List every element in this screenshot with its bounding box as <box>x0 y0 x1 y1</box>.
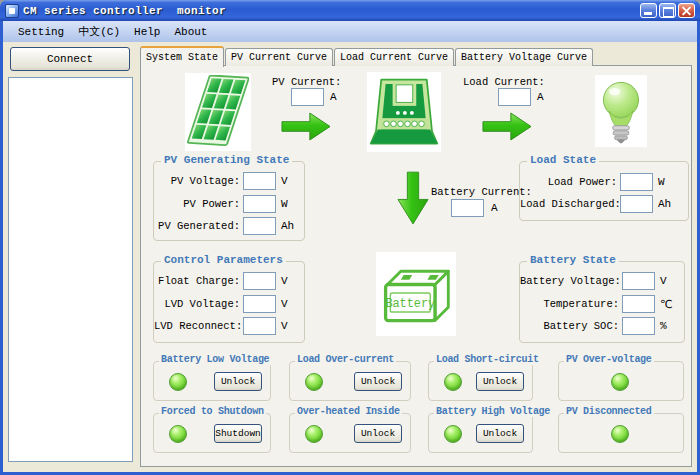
lvd-voltage-value[interactable] <box>243 295 276 313</box>
group-load-state: Load State Load Power:W Load Discharged:… <box>519 161 689 221</box>
status-load-short-circuit: Load Short-circuit Unlock <box>428 361 533 401</box>
group-title: Load State <box>527 154 599 166</box>
charge-controller-icon <box>367 72 441 152</box>
pv-generated-label: PV Generated: <box>154 220 240 232</box>
menu-bar: Setting 中文(C) Help About <box>3 21 697 42</box>
temperature-label: Temperature: <box>520 298 619 310</box>
maximize-icon[interactable] <box>659 3 676 18</box>
lvd-reconnect-unit: V <box>281 320 288 332</box>
float-charge-unit: V <box>281 275 288 287</box>
status-title: PV Disconnected <box>564 406 654 417</box>
unlock-button[interactable]: Unlock <box>476 372 524 391</box>
led-indicator <box>169 373 187 391</box>
led-indicator <box>611 425 629 443</box>
battery-current-value[interactable] <box>451 199 484 217</box>
pv-voltage-label: PV Voltage: <box>154 175 240 187</box>
status-title: Battery High Voltage <box>434 406 552 417</box>
status-load-over-current: Load Over-current Unlock <box>289 361 411 401</box>
unlock-button[interactable]: Unlock <box>354 424 402 443</box>
led-indicator <box>444 425 462 443</box>
float-charge-label: Float Charge: <box>154 275 240 287</box>
group-battery-state: Battery State Battery Voltage:V Temperat… <box>519 261 685 343</box>
arrow-down-icon <box>397 170 429 232</box>
led-indicator <box>169 425 187 443</box>
pv-power-value[interactable] <box>243 195 276 213</box>
load-discharged-label: Load Discharged: <box>520 198 617 210</box>
app-icon <box>5 4 19 18</box>
unlock-button[interactable]: Unlock <box>214 372 262 391</box>
solar-panel-icon <box>185 73 251 151</box>
connect-button[interactable]: Connect <box>10 47 130 71</box>
status-pv-over-voltage: PV Over-voltage <box>558 361 684 401</box>
battery-voltage-unit: V <box>660 275 667 287</box>
load-power-label: Load Power: <box>520 176 617 188</box>
group-title: Battery State <box>527 254 619 266</box>
temperature-unit: ℃ <box>660 298 672 311</box>
shutdown-button[interactable]: Shutdown <box>214 424 262 443</box>
status-title: Load Short-circuit <box>434 354 541 365</box>
battery-soc-unit: % <box>660 320 667 332</box>
system-state-page: PV Current: A Load Current <box>140 65 692 467</box>
load-power-unit: W <box>658 176 665 188</box>
menu-setting[interactable]: Setting <box>11 24 71 40</box>
pv-power-unit: W <box>281 198 288 210</box>
status-pv-disconnected: PV Disconnected <box>558 413 684 453</box>
menu-help[interactable]: Help <box>127 24 167 40</box>
tab-pv-current-curve[interactable]: PV Current Curve <box>225 48 333 66</box>
battery-voltage-value[interactable] <box>622 272 655 290</box>
float-charge-value[interactable] <box>243 272 276 290</box>
battery-soc-value[interactable] <box>622 317 655 335</box>
menu-about[interactable]: About <box>167 24 214 40</box>
arrow-right-icon <box>482 110 532 148</box>
unlock-button[interactable]: Unlock <box>354 372 402 391</box>
group-title: Control Parameters <box>161 254 286 266</box>
tab-strip: System State PV Current Curve Load Curre… <box>140 45 594 66</box>
status-forced-to-shutdown: Forced to Shutdown Shutdown <box>153 413 271 453</box>
window-title: CM series controller monitor <box>23 5 226 17</box>
titlebar: CM series controller monitor <box>0 0 700 21</box>
pv-current-value[interactable] <box>291 88 324 106</box>
pv-current-label: PV Current: <box>272 76 341 88</box>
status-title: Load Over-current <box>295 354 396 365</box>
tab-battery-voltage-curve[interactable]: Battery Voltage Curve <box>455 48 593 66</box>
pv-generated-value[interactable] <box>243 217 276 235</box>
battery-soc-label: Battery SOC: <box>520 320 619 332</box>
bulb-icon <box>595 75 647 147</box>
close-icon[interactable] <box>678 3 695 18</box>
led-indicator <box>611 373 629 391</box>
lvd-reconnect-label: LVD Reconnect: <box>154 320 240 332</box>
battery-icon-label: Battery <box>385 297 435 311</box>
battery-icon: Battery <box>376 252 456 336</box>
load-current-value[interactable] <box>498 88 531 106</box>
unlock-button[interactable]: Unlock <box>476 424 524 443</box>
load-discharged-value[interactable] <box>620 195 653 213</box>
battery-current-label: Battery Current: <box>431 186 532 198</box>
load-power-value[interactable] <box>620 173 653 191</box>
pv-current-unit: A <box>330 91 337 103</box>
led-indicator <box>444 373 462 391</box>
status-battery-high-voltage: Battery High Voltage Unlock <box>428 413 533 453</box>
menu-language[interactable]: 中文(C) <box>71 22 127 41</box>
lvd-voltage-unit: V <box>281 298 288 310</box>
load-current-label: Load Current: <box>463 76 545 88</box>
status-battery-low-voltage: Battery Low Voltage Unlock <box>153 361 271 401</box>
lvd-reconnect-value[interactable] <box>243 317 276 335</box>
group-control-parameters: Control Parameters Float Charge:V LVD Vo… <box>153 261 305 343</box>
battery-voltage-label: Battery Voltage: <box>520 275 619 287</box>
load-current-unit: A <box>537 91 544 103</box>
tab-load-current-curve[interactable]: Load Current Curve <box>334 48 454 66</box>
minimize-icon[interactable] <box>640 3 657 18</box>
load-discharged-unit: Ah <box>658 198 671 210</box>
pv-voltage-value[interactable] <box>243 172 276 190</box>
group-title: PV Generating State <box>161 154 292 166</box>
status-title: PV Over-voltage <box>564 354 654 365</box>
led-indicator <box>305 425 323 443</box>
status-title: Forced to Shutdown <box>159 406 266 417</box>
status-title: Over-heated Inside <box>295 406 402 417</box>
status-title: Battery Low Voltage <box>159 354 271 365</box>
device-list[interactable] <box>8 77 133 462</box>
tab-system-state[interactable]: System State <box>140 46 224 67</box>
temperature-value[interactable] <box>622 295 655 313</box>
pv-power-label: PV Power: <box>154 198 240 210</box>
status-over-heated-inside: Over-heated Inside Unlock <box>289 413 411 453</box>
